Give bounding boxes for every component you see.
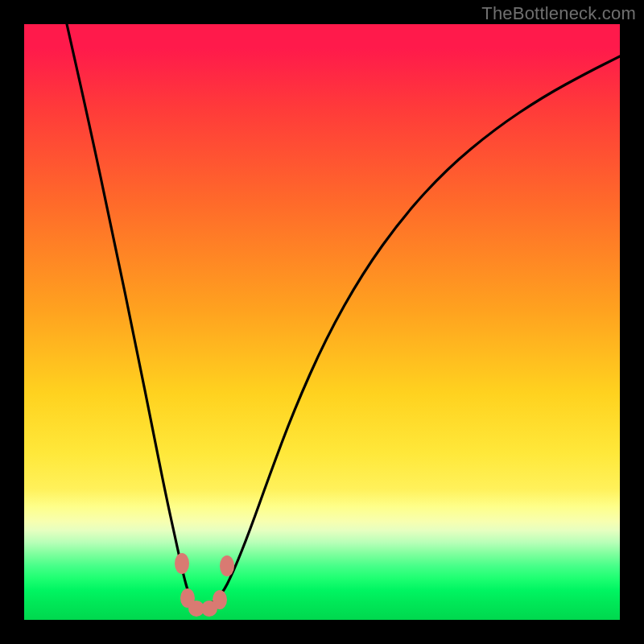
watermark-text: TheBottleneck.com bbox=[481, 3, 636, 24]
curve-marker bbox=[213, 590, 227, 609]
plot-area bbox=[24, 24, 620, 620]
curve-marker bbox=[220, 555, 234, 576]
curve-markers bbox=[175, 553, 234, 617]
outer-frame: TheBottleneck.com bbox=[0, 0, 644, 644]
curve-layer bbox=[24, 24, 620, 620]
curve-marker bbox=[175, 553, 189, 574]
bottleneck-curve bbox=[67, 24, 620, 608]
